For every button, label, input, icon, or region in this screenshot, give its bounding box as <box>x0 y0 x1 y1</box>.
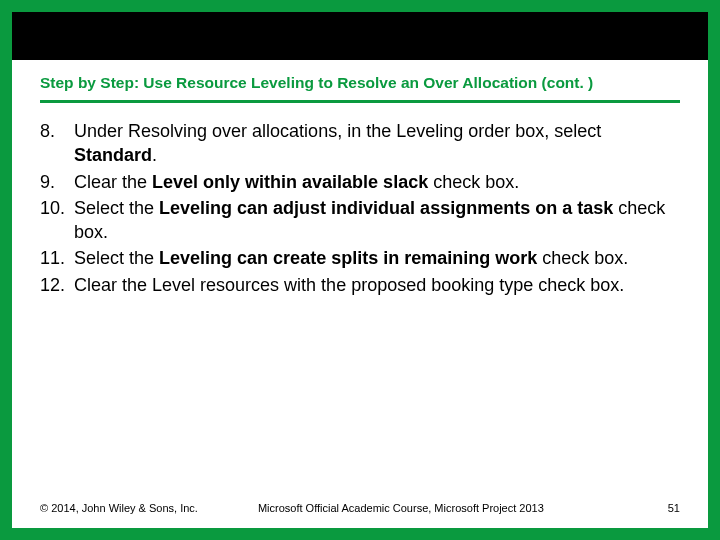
step-number: 12. <box>40 273 74 297</box>
slide: Step by Step: Use Resource Leveling to R… <box>12 12 708 528</box>
page-number: 51 <box>668 502 680 514</box>
step-text: Clear the Level only within available sl… <box>74 170 680 194</box>
title-rule <box>40 100 680 103</box>
content-area: Step by Step: Use Resource Leveling to R… <box>12 60 708 528</box>
step-number: 10. <box>40 196 74 245</box>
header-band <box>12 12 708 60</box>
list-item: 8. Under Resolving over allocations, in … <box>40 119 680 168</box>
step-text: Under Resolving over allocations, in the… <box>74 119 680 168</box>
step-text: Clear the Level resources with the propo… <box>74 273 680 297</box>
slide-title: Step by Step: Use Resource Leveling to R… <box>40 74 680 92</box>
list-item: 11. Select the Leveling can create split… <box>40 246 680 270</box>
step-text: Select the Leveling can create splits in… <box>74 246 680 270</box>
copyright: © 2014, John Wiley & Sons, Inc. <box>40 502 198 514</box>
footer: © 2014, John Wiley & Sons, Inc. Microsof… <box>40 502 680 514</box>
list-item: 10. Select the Leveling can adjust indiv… <box>40 196 680 245</box>
step-number: 9. <box>40 170 74 194</box>
step-number: 11. <box>40 246 74 270</box>
course-name: Microsoft Official Academic Course, Micr… <box>258 502 668 514</box>
step-list: 8. Under Resolving over allocations, in … <box>40 119 680 299</box>
step-text: Select the Leveling can adjust individua… <box>74 196 680 245</box>
list-item: 12. Clear the Level resources with the p… <box>40 273 680 297</box>
list-item: 9. Clear the Level only within available… <box>40 170 680 194</box>
step-number: 8. <box>40 119 74 168</box>
